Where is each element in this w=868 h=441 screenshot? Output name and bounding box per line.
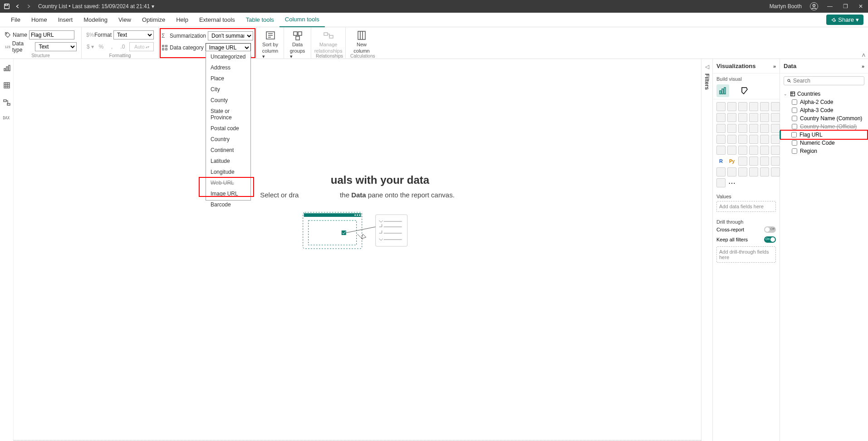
build-tab[interactable] — [716, 84, 729, 97]
format-select[interactable]: Text — [113, 30, 154, 39]
viz-stacked-column[interactable] — [727, 102, 736, 111]
field-numeric-code[interactable]: Numeric Code — [780, 139, 868, 147]
filters-expand-icon[interactable]: ◁ — [705, 64, 709, 70]
viz-card-new[interactable] — [760, 167, 769, 176]
new-column-button[interactable]: Newcolumn — [352, 30, 371, 54]
report-canvas[interactable]: Build visuals with your data Select or d… — [14, 59, 701, 441]
ribbon-collapse-icon[interactable]: ᐱ — [862, 53, 865, 58]
menu-insert[interactable]: Insert — [53, 13, 78, 27]
viz-funnel[interactable] — [727, 124, 736, 133]
field-region[interactable]: Region — [780, 147, 868, 155]
sort-by-column-button[interactable]: Sort bycolumn ▾ — [260, 30, 280, 59]
filters-panel-collapsed[interactable]: ◁ Filters — [701, 59, 713, 441]
menu-view[interactable]: View — [113, 13, 137, 27]
cross-report-toggle[interactable]: Off — [764, 226, 776, 233]
summarization-select[interactable]: Don't summarize — [208, 31, 253, 40]
decimal-button[interactable]: .0 — [119, 43, 127, 51]
menu-help[interactable]: Help — [171, 13, 194, 27]
values-drop-zone[interactable]: Add data fields here — [716, 201, 776, 212]
viz-matrix[interactable] — [760, 146, 769, 155]
dd-state[interactable]: State or Province — [206, 106, 250, 123]
dd-barcode[interactable]: Barcode — [206, 199, 250, 210]
viz-kpi[interactable] — [727, 146, 736, 155]
field-checkbox[interactable] — [792, 140, 797, 146]
viz-collapse-icon[interactable]: » — [773, 64, 776, 69]
viz-multi-card[interactable] — [716, 146, 726, 155]
viz-powerapps[interactable] — [738, 167, 747, 176]
viz-filled-map[interactable] — [727, 135, 736, 144]
dd-web-url[interactable]: Web URL — [206, 177, 250, 188]
viz-area[interactable] — [727, 113, 736, 122]
menu-table-tools[interactable]: Table tools — [240, 13, 280, 27]
data-search-input[interactable] — [793, 78, 861, 84]
viz-map[interactable] — [716, 135, 726, 144]
menu-file[interactable]: File — [5, 13, 26, 27]
dd-country[interactable]: Country — [206, 134, 250, 145]
data-search-box[interactable] — [784, 76, 864, 85]
keep-filters-toggle[interactable]: On — [764, 236, 776, 243]
dd-image-url[interactable]: Image URL — [206, 188, 250, 199]
viz-donut[interactable] — [760, 124, 769, 133]
field-checkbox[interactable] — [791, 132, 797, 137]
viz-stacked-bar[interactable] — [716, 102, 726, 111]
report-view-icon[interactable] — [3, 64, 10, 72]
viz-narrative[interactable] — [771, 157, 780, 166]
viz-100-column[interactable] — [771, 102, 780, 111]
viz-pie[interactable] — [749, 124, 758, 133]
viz-card[interactable] — [771, 135, 780, 144]
field-country-common[interactable]: Country Name (Common) — [780, 114, 868, 122]
viz-clustered-column[interactable] — [749, 102, 758, 111]
viz-arcgis[interactable] — [716, 178, 726, 187]
viz-slicer[interactable] — [738, 146, 747, 155]
viz-r[interactable] — [771, 146, 780, 155]
auto-decimal-input[interactable]: Auto▴▾ — [129, 42, 154, 51]
undo-icon[interactable] — [15, 3, 21, 10]
viz-goals[interactable] — [716, 167, 726, 176]
viz-100-bar[interactable] — [760, 102, 769, 111]
viz-line-clustered[interactable] — [760, 113, 769, 122]
field-checkbox[interactable] — [792, 124, 797, 129]
viz-automate[interactable] — [749, 167, 758, 176]
field-checkbox[interactable] — [792, 108, 797, 113]
viz-qa[interactable] — [760, 157, 769, 166]
viz-table[interactable] — [749, 146, 758, 155]
data-collapse-icon[interactable]: » — [862, 64, 864, 69]
dd-uncategorized[interactable]: Uncategorized — [206, 51, 250, 62]
menu-column-tools[interactable]: Column tools — [280, 13, 325, 27]
viz-paginated[interactable] — [727, 167, 736, 176]
dd-county[interactable]: County — [206, 95, 250, 106]
save-icon[interactable] — [4, 3, 10, 10]
viz-decomp[interactable] — [749, 157, 758, 166]
viz-gauge[interactable] — [760, 135, 769, 144]
viz-scatter[interactable] — [738, 124, 747, 133]
redo-icon[interactable] — [25, 3, 32, 10]
menu-modeling[interactable]: Modeling — [78, 13, 113, 27]
data-groups-button[interactable]: Datagroups ▾ — [288, 30, 307, 59]
menu-external-tools[interactable]: External tools — [194, 13, 240, 27]
format-tab[interactable] — [738, 84, 751, 97]
maximize-button[interactable]: ❐ — [842, 3, 849, 10]
comma-button[interactable]: , — [108, 43, 116, 51]
viz-waterfall[interactable] — [716, 124, 726, 133]
field-checkbox[interactable] — [792, 99, 797, 105]
field-alpha3[interactable]: Alpha-3 Code — [780, 106, 868, 114]
viz-line-stacked[interactable] — [749, 113, 758, 122]
field-alpha2[interactable]: Alpha-2 Code — [780, 98, 868, 106]
viz-more[interactable]: ⋯ — [727, 178, 736, 187]
viz-r-script[interactable]: R — [716, 157, 726, 166]
viz-custom[interactable] — [771, 167, 780, 176]
dax-view-icon[interactable]: DAX — [3, 116, 10, 123]
viz-azure-map[interactable] — [738, 135, 747, 144]
table-view-icon[interactable] — [3, 82, 10, 89]
viz-key-influencers[interactable] — [738, 157, 747, 166]
percent-button[interactable]: % — [97, 43, 105, 51]
field-flag-url[interactable]: Flag URL — [780, 131, 867, 139]
viz-treemap[interactable] — [771, 124, 780, 133]
viz-line[interactable] — [716, 113, 726, 122]
dd-city[interactable]: City — [206, 84, 250, 95]
table-countries[interactable]: ⌄ Countries — [780, 90, 868, 98]
viz-clustered-bar[interactable] — [738, 102, 747, 111]
dd-address[interactable]: Address — [206, 62, 250, 73]
datatype-select[interactable]: Text — [35, 42, 77, 51]
field-checkbox[interactable] — [792, 148, 797, 154]
